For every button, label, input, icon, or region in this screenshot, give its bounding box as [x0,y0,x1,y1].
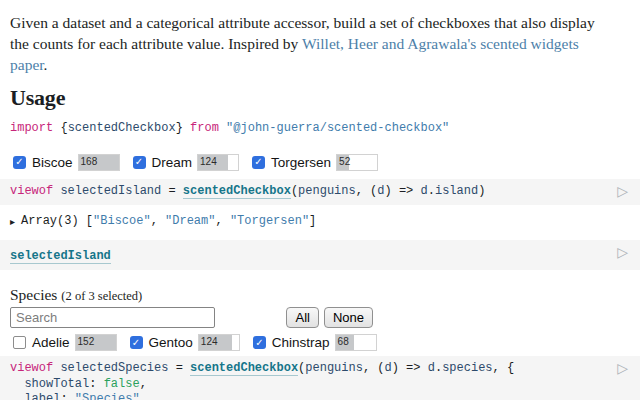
selected-island-cell: selectedIsland ▷ [0,240,640,271]
island-code: viewof selectedIsland = scentedCheckbox(… [10,184,610,200]
count-value: 124 [200,156,217,167]
count-value: 152 [78,336,95,347]
notebook-page: Given a dataset and a categorical attrib… [0,12,640,400]
count-value: 52 [339,156,350,167]
count-bar: 168 [78,154,120,171]
island-checkbox-group: ✓Biscoe168✓Dream124✓Torgersen52 [13,154,640,171]
species-code-cell: viewof selectedSpecies = scentedCheckbox… [0,356,640,400]
play-button[interactable]: ▷ [617,244,628,260]
checkbox-checked-icon[interactable]: ✓ [13,156,26,169]
import-statement: import {scentedCheckbox} from "@john-gue… [10,121,640,137]
count-bar: 68 [335,334,377,351]
species-widget-header: Species (2 of 3 selected) [10,286,630,304]
checkbox-item-gentoo[interactable]: ✓Gentoo124 [130,334,240,351]
count-bar: 152 [75,334,117,351]
checkbox-checked-icon[interactable]: ✓ [252,156,265,169]
count-value: 68 [338,336,349,347]
play-button[interactable]: ▷ [617,183,628,199]
expand-caret-icon[interactable]: ▸ [10,216,15,227]
island-code-cell: viewof selectedIsland = scentedCheckbox(… [0,179,640,206]
species-controls: All None [10,307,373,328]
checkbox-item-chinstrap[interactable]: ✓Chinstrap68 [253,334,377,351]
checkbox-label: Dream [152,155,193,170]
checkbox-label: Gentoo [149,335,193,350]
species-widget: Species (2 of 3 selected) All None Adeli… [0,286,640,351]
usage-heading: Usage [10,85,630,111]
count-bar: 124 [198,334,240,351]
species-label: Species [10,286,57,303]
select-all-button[interactable]: All [286,307,318,328]
checkbox-label: Adelie [32,335,70,350]
checkbox-label: Biscoe [32,155,73,170]
play-button[interactable]: ▷ [617,360,628,376]
checkbox-item-dream[interactable]: ✓Dream124 [133,154,240,171]
intro-paragraph: Given a dataset and a categorical attrib… [10,12,595,75]
array-inspector[interactable]: ▸ Array(3) ["Biscoe", "Dream", "Torgerse… [10,214,640,230]
species-code: viewof selectedSpecies = scentedCheckbox… [10,361,610,400]
count-bar: 124 [197,154,239,171]
inspector-output: Array(3) ["Biscoe", "Dream", "Torgersen"… [21,214,316,230]
checkbox-checked-icon[interactable]: ✓ [130,336,143,349]
checkbox-item-biscoe[interactable]: ✓Biscoe168 [13,154,120,171]
code-line: viewof selectedSpecies = scentedCheckbox… [10,361,610,377]
species-checkbox-group: Adelie152✓Gentoo124✓Chinstrap68 [13,334,640,351]
selected-island-reference[interactable]: selectedIsland [10,249,111,264]
checkbox-label: Torgersen [271,155,331,170]
checkbox-item-adelie[interactable]: Adelie152 [13,334,117,351]
checkbox-checked-icon[interactable]: ✓ [133,156,146,169]
code-line: showTotal: false, [10,377,610,393]
checkbox-item-torgersen[interactable]: ✓Torgersen52 [252,154,378,171]
code-line: label: "Species", [10,392,610,400]
intro-text-after: . [44,56,48,73]
species-selected-count: (2 of 3 selected) [61,289,142,303]
search-input[interactable] [10,307,215,328]
select-none-button[interactable]: None [324,307,373,328]
count-value: 124 [201,336,218,347]
count-bar: 52 [336,154,378,171]
checkbox-unchecked-icon[interactable] [13,336,26,349]
checkbox-label: Chinstrap [272,335,330,350]
checkbox-checked-icon[interactable]: ✓ [253,336,266,349]
count-value: 168 [81,156,98,167]
select-buttons: All None [286,307,373,328]
